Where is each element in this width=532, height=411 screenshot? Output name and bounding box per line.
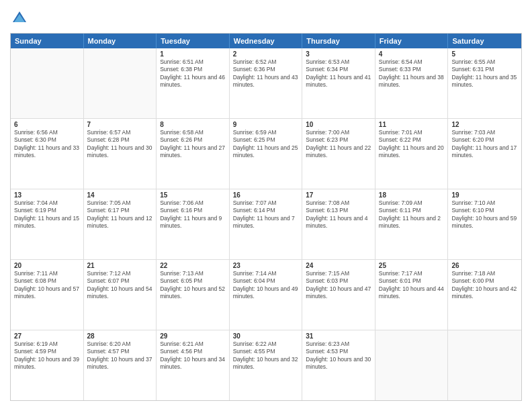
- day-info: Sunrise: 6:23 AM Sunset: 4:53 PM Dayligh…: [306, 340, 371, 371]
- calendar-row-5: 27Sunrise: 6:19 AM Sunset: 4:59 PM Dayli…: [11, 330, 521, 400]
- day-info: Sunrise: 7:15 AM Sunset: 6:03 PM Dayligh…: [306, 270, 371, 301]
- day-cell-25: 25Sunrise: 7:17 AM Sunset: 6:01 PM Dayli…: [375, 260, 449, 330]
- day-cell-5: 5Sunrise: 6:55 AM Sunset: 6:31 PM Daylig…: [448, 48, 521, 118]
- day-cell-27: 27Sunrise: 6:19 AM Sunset: 4:59 PM Dayli…: [11, 330, 84, 400]
- day-info: Sunrise: 6:55 AM Sunset: 6:31 PM Dayligh…: [451, 58, 518, 89]
- day-cell-12: 12Sunrise: 7:03 AM Sunset: 6:20 PM Dayli…: [448, 119, 521, 189]
- day-cell-11: 11Sunrise: 7:01 AM Sunset: 6:22 PM Dayli…: [375, 119, 449, 189]
- day-info: Sunrise: 7:13 AM Sunset: 6:05 PM Dayligh…: [160, 270, 226, 301]
- day-info: Sunrise: 6:59 AM Sunset: 6:25 PM Dayligh…: [233, 129, 299, 160]
- day-info: Sunrise: 7:03 AM Sunset: 6:20 PM Dayligh…: [451, 129, 518, 160]
- day-number: 24: [306, 262, 371, 269]
- calendar: SundayMondayTuesdayWednesdayThursdayFrid…: [10, 33, 522, 401]
- day-cell-7: 7Sunrise: 6:57 AM Sunset: 6:28 PM Daylig…: [84, 119, 157, 189]
- day-number: 5: [451, 50, 518, 58]
- day-info: Sunrise: 6:21 AM Sunset: 4:56 PM Dayligh…: [160, 340, 226, 371]
- logo-icon: [11, 10, 28, 26]
- day-number: 13: [14, 191, 80, 199]
- day-cell-24: 24Sunrise: 7:15 AM Sunset: 6:03 PM Dayli…: [302, 260, 375, 330]
- day-cell-28: 28Sunrise: 6:20 AM Sunset: 4:57 PM Dayli…: [84, 330, 157, 400]
- day-cell-31: 31Sunrise: 6:23 AM Sunset: 4:53 PM Dayli…: [302, 330, 375, 400]
- day-info: Sunrise: 7:06 AM Sunset: 6:16 PM Dayligh…: [160, 199, 226, 230]
- day-cell-9: 9Sunrise: 6:59 AM Sunset: 6:25 PM Daylig…: [230, 119, 303, 189]
- day-cell-17: 17Sunrise: 7:08 AM Sunset: 6:13 PM Dayli…: [302, 189, 375, 259]
- day-number: 4: [379, 50, 445, 58]
- day-info: Sunrise: 7:10 AM Sunset: 6:10 PM Dayligh…: [451, 199, 518, 230]
- day-info: Sunrise: 6:22 AM Sunset: 4:55 PM Dayligh…: [233, 340, 299, 371]
- day-number: 11: [379, 121, 445, 128]
- day-number: 22: [160, 262, 226, 269]
- day-number: 3: [306, 50, 371, 58]
- day-info: Sunrise: 7:12 AM Sunset: 6:07 PM Dayligh…: [87, 270, 153, 301]
- day-cell-22: 22Sunrise: 7:13 AM Sunset: 6:05 PM Dayli…: [157, 260, 230, 330]
- day-number: 8: [160, 121, 226, 128]
- day-number: 7: [87, 121, 153, 128]
- weekday-header-monday: Monday: [84, 34, 157, 48]
- day-number: 25: [379, 262, 445, 269]
- day-cell-29: 29Sunrise: 6:21 AM Sunset: 4:56 PM Dayli…: [157, 330, 230, 400]
- weekday-header-friday: Friday: [375, 34, 449, 48]
- day-cell-4: 4Sunrise: 6:54 AM Sunset: 6:33 PM Daylig…: [375, 48, 449, 118]
- day-info: Sunrise: 7:17 AM Sunset: 6:01 PM Dayligh…: [379, 270, 445, 301]
- empty-cell: [84, 48, 157, 118]
- day-info: Sunrise: 6:51 AM Sunset: 6:38 PM Dayligh…: [160, 58, 226, 89]
- day-info: Sunrise: 6:57 AM Sunset: 6:28 PM Dayligh…: [87, 129, 153, 160]
- day-number: 20: [14, 262, 80, 269]
- day-cell-21: 21Sunrise: 7:12 AM Sunset: 6:07 PM Dayli…: [84, 260, 157, 330]
- day-cell-10: 10Sunrise: 7:00 AM Sunset: 6:23 PM Dayli…: [302, 119, 375, 189]
- day-number: 30: [233, 332, 299, 340]
- day-cell-3: 3Sunrise: 6:53 AM Sunset: 6:34 PM Daylig…: [302, 48, 375, 118]
- calendar-row-3: 13Sunrise: 7:04 AM Sunset: 6:19 PM Dayli…: [11, 189, 521, 260]
- day-info: Sunrise: 6:52 AM Sunset: 6:36 PM Dayligh…: [233, 58, 299, 89]
- day-cell-20: 20Sunrise: 7:11 AM Sunset: 6:08 PM Dayli…: [11, 260, 84, 330]
- day-info: Sunrise: 6:19 AM Sunset: 4:59 PM Dayligh…: [14, 340, 80, 371]
- day-info: Sunrise: 7:18 AM Sunset: 6:00 PM Dayligh…: [451, 270, 518, 301]
- day-info: Sunrise: 7:14 AM Sunset: 6:04 PM Dayligh…: [233, 270, 299, 301]
- calendar-row-2: 6Sunrise: 6:56 AM Sunset: 6:30 PM Daylig…: [11, 119, 521, 189]
- day-info: Sunrise: 7:08 AM Sunset: 6:13 PM Dayligh…: [306, 199, 371, 230]
- day-info: Sunrise: 7:09 AM Sunset: 6:11 PM Dayligh…: [379, 199, 445, 230]
- day-info: Sunrise: 6:53 AM Sunset: 6:34 PM Dayligh…: [306, 58, 371, 89]
- weekday-header-thursday: Thursday: [302, 34, 375, 48]
- calendar-row-4: 20Sunrise: 7:11 AM Sunset: 6:08 PM Dayli…: [11, 260, 521, 330]
- day-info: Sunrise: 6:58 AM Sunset: 6:26 PM Dayligh…: [160, 129, 226, 160]
- header: [10, 10, 522, 26]
- day-cell-26: 26Sunrise: 7:18 AM Sunset: 6:00 PM Dayli…: [448, 260, 521, 330]
- empty-cell: [375, 330, 449, 400]
- empty-cell: [11, 48, 84, 118]
- day-number: 27: [14, 332, 80, 340]
- day-cell-23: 23Sunrise: 7:14 AM Sunset: 6:04 PM Dayli…: [230, 260, 303, 330]
- day-cell-18: 18Sunrise: 7:09 AM Sunset: 6:11 PM Dayli…: [375, 189, 449, 259]
- logo: [10, 10, 28, 26]
- day-info: Sunrise: 7:05 AM Sunset: 6:17 PM Dayligh…: [87, 199, 153, 230]
- day-number: 17: [306, 191, 371, 199]
- day-cell-16: 16Sunrise: 7:07 AM Sunset: 6:14 PM Dayli…: [230, 189, 303, 259]
- weekday-header-wednesday: Wednesday: [230, 34, 303, 48]
- day-cell-30: 30Sunrise: 6:22 AM Sunset: 4:55 PM Dayli…: [230, 330, 303, 400]
- day-info: Sunrise: 7:11 AM Sunset: 6:08 PM Dayligh…: [14, 270, 80, 301]
- day-info: Sunrise: 7:04 AM Sunset: 6:19 PM Dayligh…: [14, 199, 80, 230]
- empty-cell: [448, 330, 521, 400]
- day-number: 19: [451, 191, 518, 199]
- day-cell-19: 19Sunrise: 7:10 AM Sunset: 6:10 PM Dayli…: [448, 189, 521, 259]
- weekday-header-saturday: Saturday: [448, 34, 521, 48]
- page: SundayMondayTuesdayWednesdayThursdayFrid…: [0, 0, 532, 411]
- day-cell-6: 6Sunrise: 6:56 AM Sunset: 6:30 PM Daylig…: [11, 119, 84, 189]
- day-number: 23: [233, 262, 299, 269]
- day-cell-14: 14Sunrise: 7:05 AM Sunset: 6:17 PM Dayli…: [84, 189, 157, 259]
- calendar-header: SundayMondayTuesdayWednesdayThursdayFrid…: [11, 34, 521, 48]
- day-info: Sunrise: 6:20 AM Sunset: 4:57 PM Dayligh…: [87, 340, 153, 371]
- day-info: Sunrise: 7:07 AM Sunset: 6:14 PM Dayligh…: [233, 199, 299, 230]
- day-cell-1: 1Sunrise: 6:51 AM Sunset: 6:38 PM Daylig…: [157, 48, 230, 118]
- weekday-header-tuesday: Tuesday: [157, 34, 230, 48]
- day-number: 9: [233, 121, 299, 128]
- day-number: 10: [306, 121, 371, 128]
- day-number: 15: [160, 191, 226, 199]
- day-number: 28: [87, 332, 153, 340]
- day-cell-13: 13Sunrise: 7:04 AM Sunset: 6:19 PM Dayli…: [11, 189, 84, 259]
- day-info: Sunrise: 6:54 AM Sunset: 6:33 PM Dayligh…: [379, 58, 445, 89]
- day-number: 26: [451, 262, 518, 269]
- day-cell-8: 8Sunrise: 6:58 AM Sunset: 6:26 PM Daylig…: [157, 119, 230, 189]
- day-cell-2: 2Sunrise: 6:52 AM Sunset: 6:36 PM Daylig…: [230, 48, 303, 118]
- day-cell-15: 15Sunrise: 7:06 AM Sunset: 6:16 PM Dayli…: [157, 189, 230, 259]
